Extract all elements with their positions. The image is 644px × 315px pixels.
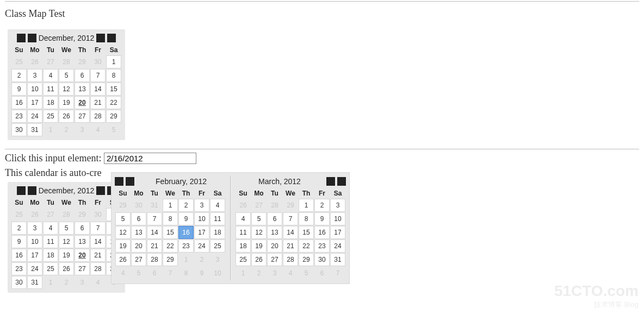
day-cell[interactable]: 5 (299, 267, 314, 280)
day-cell[interactable]: 30 (90, 55, 106, 68)
day-cell[interactable]: 14 (283, 226, 298, 239)
day-cell[interactable]: 4 (210, 199, 225, 212)
day-cell[interactable]: 7 (147, 212, 162, 225)
day-cell[interactable]: 6 (131, 212, 146, 225)
day-cell[interactable]: 2 (314, 199, 330, 212)
day-cell[interactable]: 6 (75, 69, 90, 82)
day-cell[interactable]: 31 (330, 253, 345, 266)
day-cell[interactable]: 1 (299, 199, 314, 212)
day-cell[interactable]: 11 (236, 226, 251, 239)
day-cell[interactable]: 14 (90, 83, 106, 96)
day-cell[interactable]: 25 (43, 110, 58, 123)
day-cell[interactable]: 6 (147, 267, 162, 280)
day-cell[interactable]: 26 (115, 253, 131, 266)
prev-month-icon[interactable] (28, 34, 36, 42)
day-cell[interactable]: 16 (178, 226, 194, 239)
day-cell[interactable]: 27 (251, 199, 267, 212)
day-cell[interactable]: 21 (90, 249, 106, 262)
day-cell[interactable]: 29 (75, 55, 90, 68)
day-cell[interactable]: 23 (314, 240, 330, 253)
prev-month-icon[interactable] (28, 186, 36, 195)
day-cell[interactable]: 18 (210, 226, 225, 239)
day-cell[interactable]: 13 (75, 83, 90, 96)
day-cell[interactable]: 7 (90, 222, 106, 235)
day-cell[interactable]: 29 (115, 199, 131, 212)
day-cell[interactable]: 26 (59, 262, 74, 275)
popup-prev-month-icon[interactable] (126, 177, 134, 186)
day-cell[interactable]: 18 (43, 249, 58, 262)
day-cell[interactable]: 28 (90, 262, 106, 275)
day-cell[interactable]: 5 (59, 69, 74, 82)
day-cell[interactable]: 13 (131, 226, 146, 239)
day-cell[interactable]: 2 (59, 123, 74, 136)
day-cell[interactable]: 16 (11, 96, 27, 109)
day-cell[interactable]: 10 (330, 212, 345, 225)
day-cell[interactable]: 23 (11, 262, 27, 275)
day-cell[interactable]: 5 (131, 267, 146, 280)
day-cell[interactable]: 3 (194, 199, 209, 212)
day-cell[interactable]: 1 (178, 253, 194, 266)
date-input[interactable] (104, 153, 196, 164)
day-cell[interactable]: 12 (115, 226, 131, 239)
day-cell[interactable]: 21 (90, 96, 106, 109)
day-cell[interactable]: 14 (90, 235, 106, 248)
day-cell[interactable]: 28 (283, 253, 298, 266)
day-cell[interactable]: 19 (251, 240, 267, 253)
day-cell[interactable]: 26 (27, 55, 42, 68)
day-cell[interactable]: 7 (330, 267, 345, 280)
day-cell[interactable]: 27 (43, 55, 58, 68)
day-cell[interactable]: 22 (299, 240, 314, 253)
day-cell[interactable]: 27 (267, 253, 282, 266)
day-cell[interactable]: 29 (163, 253, 178, 266)
day-cell[interactable]: 2 (251, 267, 267, 280)
day-cell[interactable]: 1 (43, 276, 58, 289)
day-cell[interactable]: 12 (251, 226, 267, 239)
day-cell[interactable]: 2 (194, 253, 209, 266)
day-cell[interactable]: 5 (106, 123, 121, 136)
day-cell[interactable]: 4 (115, 267, 131, 280)
day-cell[interactable]: 25 (11, 55, 27, 68)
day-cell[interactable]: 21 (283, 240, 298, 253)
day-cell[interactable]: 30 (314, 253, 330, 266)
day-cell[interactable]: 23 (178, 240, 194, 253)
day-cell[interactable]: 28 (59, 55, 74, 68)
day-cell[interactable]: 2 (59, 276, 74, 289)
day-cell[interactable]: 24 (27, 110, 42, 123)
day-cell[interactable]: 22 (163, 240, 178, 253)
day-cell[interactable]: 17 (27, 249, 42, 262)
day-cell[interactable]: 28 (267, 199, 282, 212)
day-cell[interactable]: 2 (178, 199, 194, 212)
next-year-icon[interactable] (107, 34, 116, 42)
day-cell[interactable]: 5 (59, 222, 74, 235)
day-cell[interactable]: 27 (75, 262, 90, 275)
day-cell[interactable]: 9 (314, 212, 330, 225)
day-cell[interactable]: 6 (75, 222, 90, 235)
day-cell[interactable]: 19 (59, 249, 74, 262)
day-cell[interactable]: 17 (330, 226, 345, 239)
day-cell[interactable]: 31 (27, 123, 42, 136)
day-cell[interactable]: 20 (267, 240, 282, 253)
day-cell[interactable]: 16 (11, 249, 27, 262)
day-cell[interactable]: 24 (27, 262, 42, 275)
day-cell[interactable]: 25 (11, 208, 27, 221)
day-cell[interactable]: 29 (283, 199, 298, 212)
day-cell[interactable]: 2 (11, 222, 27, 235)
day-cell[interactable]: 12 (59, 83, 74, 96)
day-cell[interactable]: 26 (251, 253, 267, 266)
day-cell[interactable]: 16 (314, 226, 330, 239)
day-cell[interactable]: 31 (147, 199, 162, 212)
next-month-icon[interactable] (96, 186, 105, 195)
day-cell[interactable]: 26 (27, 208, 42, 221)
popup-next-year-icon[interactable] (337, 177, 346, 186)
day-cell[interactable]: 28 (59, 208, 74, 221)
day-cell[interactable]: 11 (210, 212, 225, 225)
day-cell[interactable]: 29 (106, 110, 121, 123)
day-cell[interactable]: 20 (131, 240, 146, 253)
day-cell[interactable]: 26 (59, 110, 74, 123)
day-cell[interactable]: 30 (131, 199, 146, 212)
day-cell[interactable]: 27 (75, 110, 90, 123)
day-cell[interactable]: 27 (43, 208, 58, 221)
day-cell[interactable]: 8 (299, 212, 314, 225)
day-cell[interactable]: 24 (330, 240, 345, 253)
day-cell[interactable]: 6 (314, 267, 330, 280)
